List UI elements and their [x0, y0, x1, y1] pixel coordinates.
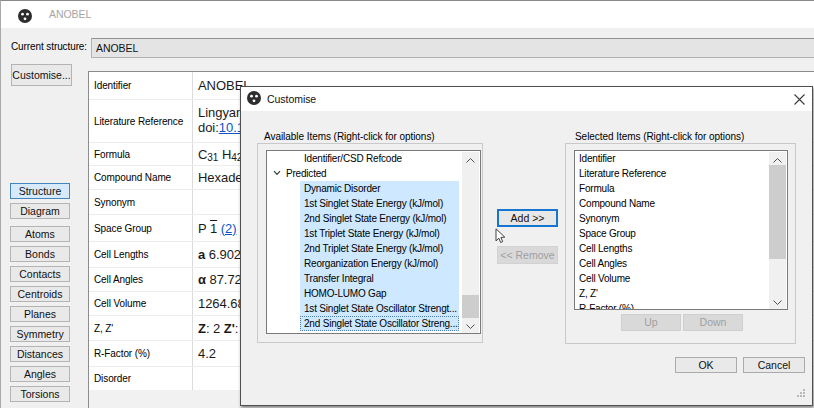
available-list-item[interactable]: 1st Singlet State Oscillator Strengt... — [267, 301, 480, 316]
close-icon — [794, 94, 805, 105]
selected-list-item[interactable]: Z, Z' — [575, 286, 787, 301]
scroll-down-icon[interactable] — [462, 318, 479, 334]
sidebar-button[interactable]: Torsions — [10, 386, 70, 402]
chevron-down-icon[interactable] — [273, 169, 281, 177]
sidebar-button[interactable]: Symmetry — [10, 326, 70, 342]
available-list-item[interactable]: 1st Triplet State Energy (kJ/mol) — [267, 226, 480, 241]
scroll-down-icon[interactable] — [769, 294, 786, 310]
selected-list-item[interactable]: Formula — [575, 181, 787, 196]
selected-list-item[interactable]: Space Group — [575, 226, 787, 241]
table-row-label: Disorder — [89, 367, 193, 390]
down-button[interactable]: Down — [683, 314, 743, 331]
dialog-titlebar[interactable]: Customise — [241, 87, 812, 111]
available-scrollbar[interactable] — [462, 152, 479, 334]
available-list-item[interactable]: Predicted — [267, 166, 480, 181]
scroll-thumb[interactable] — [462, 295, 479, 318]
selected-list-item[interactable]: R-Factor (%) — [575, 301, 787, 310]
table-row-label: R-Factor (%) — [89, 341, 193, 366]
sidebar: StructureDiagramAtomsBondsContactsCentro… — [10, 183, 70, 406]
selected-list-item[interactable]: Cell Volume — [575, 271, 787, 286]
table-row-label: Cell Volume — [89, 292, 193, 315]
table-row-label: Cell Angles — [89, 268, 193, 291]
available-list-item[interactable]: HOMO-LUMO Gap — [267, 286, 480, 301]
sidebar-button[interactable]: Diagram — [10, 203, 70, 219]
selected-items-label: Selected Items (Right-click for options) — [573, 131, 746, 143]
selected-items-list[interactable]: IdentifierLiterature ReferenceFormulaCom… — [574, 150, 788, 310]
sidebar-button[interactable]: Centroids — [10, 286, 70, 302]
scroll-thumb[interactable] — [769, 165, 786, 259]
item-text: 2nd Singlet State Oscillator Streng... — [300, 316, 459, 331]
table-row-label: Compound Name — [89, 166, 193, 189]
item-text: 2nd Triplet State Energy (kJ/mol) — [300, 241, 459, 256]
sidebar-button[interactable]: Angles — [10, 366, 70, 382]
item-text: 1st Triplet State Energy (kJ/mol) — [300, 226, 459, 241]
available-list-item[interactable]: Identifier/CSD Refcode — [267, 151, 480, 166]
sidebar-button[interactable]: Distances — [10, 346, 70, 362]
close-button[interactable] — [786, 87, 812, 111]
item-text: 1st Singlet State Energy (kJ/mol) — [300, 196, 459, 211]
scroll-up-icon[interactable] — [462, 152, 479, 168]
selected-list-item[interactable]: Identifier — [575, 151, 787, 166]
item-text: Predicted — [282, 166, 326, 181]
main-titlebar: ANOBEL — [0, 0, 814, 28]
available-list-item[interactable]: 2nd Singlet State Oscillator Streng... — [267, 316, 480, 331]
sidebar-button[interactable]: Structure — [10, 183, 70, 199]
table-row-label: Synonym — [89, 190, 193, 214]
available-list-item[interactable]: 1st Singlet State Energy (kJ/mol) — [267, 196, 480, 211]
item-text: Reorganization Energy (kJ/mol) — [300, 256, 459, 271]
current-structure-label: Current structure: — [11, 36, 87, 58]
item-text: Dynamic Disorder — [300, 181, 459, 196]
available-items-list[interactable]: Identifier/CSD Refcode Predicted Dynamic… — [266, 150, 481, 334]
item-text: HOMO-LUMO Gap — [300, 286, 459, 301]
sidebar-button[interactable]: Planes — [10, 306, 70, 322]
selected-list-item[interactable]: Compound Name — [575, 196, 787, 211]
add-button[interactable]: Add >> — [497, 209, 558, 227]
item-text: Transfer Integral — [300, 271, 459, 286]
ccdc-logo-icon — [18, 9, 32, 23]
available-list-item[interactable]: 2nd Triplet State Energy (kJ/mol) — [267, 241, 480, 256]
selected-list-item[interactable]: Cell Lengths — [575, 241, 787, 256]
customise-dialog: Customise Available Items (Right-click f… — [240, 86, 813, 406]
ok-button[interactable]: OK — [675, 357, 737, 373]
sidebar-button[interactable]: Bonds — [10, 246, 70, 262]
table-row-label: Z, Z' — [89, 316, 193, 340]
app-window: ANOBEL Current structure: ANOBEL Customi… — [0, 0, 814, 408]
item-text: Identifier/CSD Refcode — [300, 151, 402, 166]
remove-button[interactable]: << Remove — [497, 246, 558, 264]
available-list-item[interactable]: 2nd Singlet State Energy (kJ/mol) — [267, 211, 480, 226]
selected-list-item[interactable]: Cell Angles — [575, 256, 787, 271]
available-items-label: Available Items (Right-click for options… — [262, 131, 437, 143]
available-list-item[interactable]: Dynamic Disorder — [267, 181, 480, 196]
selected-scrollbar[interactable] — [769, 152, 786, 310]
sidebar-button[interactable]: Atoms — [10, 226, 70, 242]
item-text: 1st Singlet State Oscillator Strengt... — [300, 301, 459, 316]
dialog-title: Customise — [267, 87, 316, 112]
window-title: ANOBEL — [49, 0, 91, 29]
sidebar-button[interactable]: Contacts — [10, 266, 70, 282]
available-list-item[interactable]: Reorganization Energy (kJ/mol) — [267, 256, 480, 271]
item-text: 2nd Singlet State Energy (kJ/mol) — [300, 211, 459, 226]
selected-list-item[interactable]: Synonym — [575, 211, 787, 226]
table-row-label: Identifier — [89, 72, 193, 99]
selected-list-item[interactable]: Literature Reference — [575, 166, 787, 181]
up-button[interactable]: Up — [621, 314, 681, 331]
mouse-cursor — [495, 228, 507, 245]
available-list-item[interactable]: Transfer Integral — [267, 271, 480, 286]
table-row-label: Formula — [89, 143, 193, 165]
cancel-button[interactable]: Cancel — [743, 357, 805, 373]
resize-grip[interactable] — [796, 388, 806, 398]
table-row-label: Space Group — [89, 215, 193, 241]
current-structure-field[interactable]: ANOBEL — [91, 38, 814, 58]
table-row-label: Cell Lengths — [89, 242, 193, 267]
table-row-label: Literature Reference — [89, 100, 193, 142]
ccdc-logo-icon — [247, 91, 261, 105]
customise-button[interactable]: Customise... — [11, 64, 72, 86]
